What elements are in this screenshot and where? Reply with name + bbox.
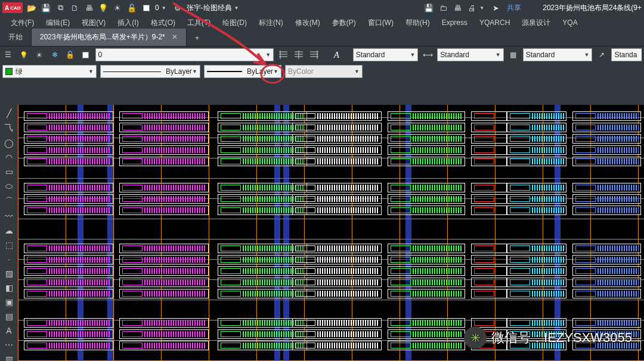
- swatch-icon[interactable]: [141, 2, 151, 13]
- block-cluster: [119, 242, 209, 307]
- block-cluster: [119, 316, 209, 358]
- menu-tools[interactable]: 工具(T): [182, 18, 215, 28]
- qat-dropdown-icon[interactable]: ▼: [162, 5, 166, 11]
- helper-tool-icon[interactable]: ⋯: [3, 340, 15, 350]
- menu-yqa2[interactable]: YQA: [558, 18, 582, 27]
- block-tool-icon[interactable]: ⬚: [3, 240, 15, 250]
- save-icon[interactable]: 💾: [41, 2, 51, 13]
- menu-view[interactable]: 视图(V): [77, 18, 110, 28]
- menu-modify[interactable]: 修改(M): [290, 18, 325, 28]
- linetype-value: ByLayer: [166, 67, 192, 76]
- open2-icon[interactable]: 🗀: [438, 2, 448, 13]
- block-cluster: [292, 316, 382, 358]
- workspace-dropdown-icon[interactable]: ▼: [234, 5, 239, 11]
- plot-icon[interactable]: 🖨: [466, 2, 477, 13]
- dim-style-icon[interactable]: ⟷: [422, 48, 434, 61]
- open-icon[interactable]: 📂: [26, 2, 37, 13]
- text-style-A-icon[interactable]: A: [330, 48, 342, 61]
- tab-close-icon[interactable]: ✕: [172, 33, 178, 41]
- table-style-select[interactable]: Standard ▼: [523, 48, 593, 61]
- color-select[interactable]: 绿 ▼: [2, 65, 97, 78]
- chevron-down-icon: ▼: [265, 52, 271, 58]
- tab-start[interactable]: 开始: [0, 29, 32, 46]
- region-tool-icon[interactable]: ▣: [3, 297, 15, 307]
- new-icon[interactable]: 🗋: [69, 2, 80, 13]
- menu-yqarch[interactable]: YQARCH: [475, 18, 515, 27]
- chevron-down-icon: ▼: [354, 69, 360, 74]
- menu-insert[interactable]: 插入(I): [113, 18, 143, 28]
- block-cluster: [388, 181, 465, 217]
- drawing-canvas[interactable]: [18, 105, 644, 361]
- mleader-style-select[interactable]: Standa: [611, 48, 642, 61]
- layer-state-icon-3[interactable]: [308, 48, 320, 61]
- print2-icon[interactable]: 🖶: [452, 2, 463, 13]
- block-cluster: [507, 181, 566, 217]
- table-tool-icon[interactable]: ▤: [3, 312, 15, 321]
- ellipse-tool-icon[interactable]: ⬭: [3, 181, 15, 191]
- text-style-select[interactable]: Standard ▼: [353, 48, 419, 61]
- chevron-down-icon: ▼: [496, 52, 501, 58]
- workspace-name[interactable]: 张宇-绘图经典: [187, 3, 232, 13]
- ellipse-arc-tool-icon[interactable]: ⌒: [3, 196, 15, 207]
- menu-draw[interactable]: 绘图(D): [218, 18, 252, 28]
- table-style-icon[interactable]: ▦: [507, 48, 519, 61]
- menu-express[interactable]: Express: [437, 18, 472, 27]
- chevron-down-icon: ▼: [192, 69, 197, 74]
- layer-state-icon-2[interactable]: [293, 48, 305, 61]
- linetype-preview: [103, 71, 161, 72]
- tab-add[interactable]: +: [187, 30, 208, 46]
- circle-tool-icon[interactable]: ◯: [3, 138, 15, 148]
- revcloud-tool-icon[interactable]: ☁: [3, 226, 15, 235]
- layer-freeze-icon[interactable]: ❄: [49, 48, 61, 61]
- share-label[interactable]: 共享: [507, 3, 521, 13]
- gradient-tool-icon[interactable]: ◧: [3, 283, 15, 292]
- lock-open-icon[interactable]: 🔓: [126, 2, 137, 13]
- custom-tool-icon[interactable]: ▥: [3, 354, 15, 361]
- bulb-icon[interactable]: 💡: [98, 2, 109, 13]
- tab-active-document[interactable]: 2023年扬州电池布局...研发+半片）9-2* ✕: [32, 29, 187, 46]
- block-cluster: [572, 242, 641, 307]
- menu-edit[interactable]: 编辑(E): [41, 18, 75, 28]
- dim-style-select[interactable]: Standard ▼: [437, 48, 503, 61]
- layer-state-icon-1[interactable]: [277, 48, 289, 61]
- linetype-select[interactable]: ByLayer ▼: [100, 65, 200, 78]
- arc-tool-icon[interactable]: ◠: [3, 153, 15, 162]
- plotstyle-select[interactable]: ByColor ▼: [285, 65, 363, 78]
- chevron-down-icon: ▼: [273, 69, 278, 74]
- mleader-style-icon[interactable]: ↗: [596, 48, 608, 61]
- gear-search-icon[interactable]: ⚙: [172, 2, 183, 13]
- block-cluster: [471, 242, 507, 307]
- layer-manager-icon[interactable]: ☰: [2, 48, 14, 61]
- text-tool-icon[interactable]: A: [3, 326, 15, 335]
- polyline-tool-icon[interactable]: ⺄: [3, 123, 15, 133]
- menu-format[interactable]: 格式(O): [146, 18, 180, 28]
- document-tabs: 开始 2023年扬州电池布局...研发+半片）9-2* ✕ +: [0, 30, 644, 46]
- block-cluster: [24, 110, 113, 175]
- print-icon[interactable]: 🖶: [83, 2, 94, 13]
- layer-bulb-icon[interactable]: 💡: [18, 48, 30, 61]
- layer-select[interactable]: 0 ▼: [95, 48, 274, 61]
- point-tool-icon[interactable]: ·: [3, 254, 15, 264]
- plot-dropdown-icon[interactable]: ▼: [479, 5, 484, 11]
- table-style-value: Standard: [526, 51, 555, 59]
- menu-window[interactable]: 窗口(W): [363, 18, 398, 28]
- menu-parametric[interactable]: 参数(P): [327, 18, 361, 28]
- menu-help[interactable]: 帮助(H): [401, 18, 435, 28]
- layer-swatch-icon[interactable]: [80, 48, 92, 61]
- menu-yuanquan[interactable]: 源泉设计: [517, 18, 555, 28]
- spline-tool-icon[interactable]: 〰: [3, 211, 15, 221]
- share-icon[interactable]: ➤: [490, 2, 501, 13]
- layer-lock-icon[interactable]: 🔓: [64, 48, 76, 61]
- rectangle-tool-icon[interactable]: ▭: [3, 167, 15, 176]
- sun-icon[interactable]: ☀: [112, 2, 123, 13]
- menu-dimension[interactable]: 标注(N): [254, 18, 288, 28]
- lineweight-select[interactable]: ByLayer ▼: [204, 65, 281, 78]
- block-cluster: [388, 316, 465, 358]
- layer-sun-icon[interactable]: ☀: [33, 48, 45, 61]
- lineweight-value: ByLayer: [247, 67, 273, 76]
- line-tool-icon[interactable]: ╱: [3, 108, 15, 118]
- saveas-icon[interactable]: ⧉: [55, 2, 66, 13]
- hatch-tool-icon[interactable]: ▨: [3, 269, 15, 278]
- save2-icon[interactable]: 💾: [423, 2, 434, 13]
- menu-file[interactable]: 文件(F): [6, 18, 39, 28]
